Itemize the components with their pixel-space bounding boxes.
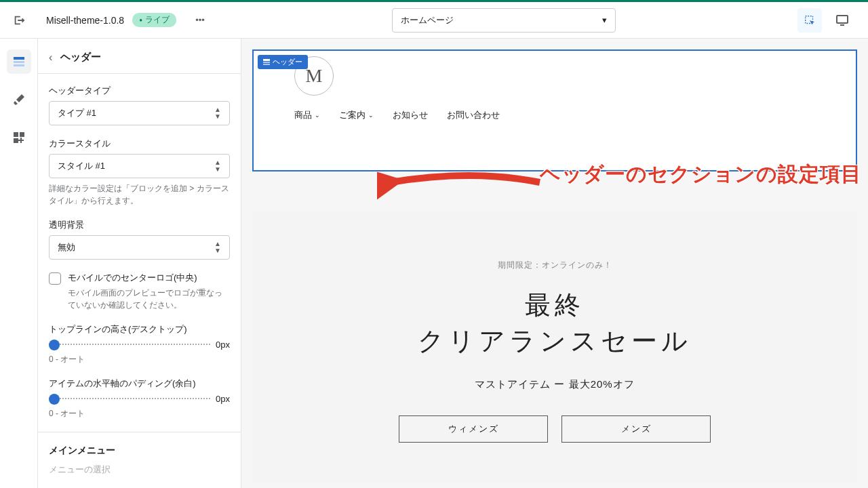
topline-height-label: トップラインの高さ(デスクトップ)	[49, 323, 230, 336]
svg-rect-2	[14, 57, 24, 60]
transparent-bg-select[interactable]: 無効 ▲▼	[49, 235, 230, 260]
desktop-view-button[interactable]	[830, 8, 854, 33]
menu-select-label: メニューの選択	[49, 464, 230, 476]
color-style-help: 詳細なカラー設定は「ブロックを追加 > カラースタイル」から行えます。	[49, 182, 230, 207]
paintbrush-icon	[12, 93, 26, 106]
header-type-select[interactable]: タイプ #1 ▲▼	[49, 101, 230, 125]
chevron-down-icon: ▾	[602, 15, 607, 25]
svg-rect-3	[14, 61, 24, 63]
page-selector[interactable]: ホームページ ▾	[392, 8, 616, 33]
item-padding-value: 0px	[216, 394, 230, 404]
inspector-icon	[804, 14, 816, 26]
hero-title: 最終クリアランスセール	[279, 287, 830, 359]
annotation-arrow	[377, 162, 547, 203]
rail-apps[interactable]	[7, 125, 31, 150]
header-type-label: ヘッダータイプ	[49, 85, 230, 97]
header-section[interactable]: ヘッダー M 商品 ⌄ ご案内 ⌄ お知らせ お問い合わせ	[252, 49, 857, 171]
hero-btn-mens[interactable]: メンズ	[561, 415, 711, 443]
exit-button[interactable]	[5, 7, 33, 34]
color-style-select[interactable]: スタイル #1 ▲▼	[49, 154, 230, 178]
svg-rect-10	[263, 64, 270, 65]
svg-rect-9	[263, 62, 270, 63]
topbar: Misell-theme-1.0.8 ライブ ••• ホームページ ▾	[0, 2, 868, 39]
item-padding-help: 0 - オート	[49, 408, 230, 420]
sections-icon	[12, 55, 26, 68]
page-selector-value: ホームページ	[401, 14, 454, 26]
select-caret-icon: ▲▼	[214, 106, 221, 120]
theme-name: Misell-theme-1.0.8	[46, 15, 124, 26]
apps-icon	[12, 131, 26, 144]
nav-item-news[interactable]: お知らせ	[393, 109, 428, 121]
main-menu-heading: メインメニュー	[49, 445, 230, 457]
preview-area: ヘッダー M 商品 ⌄ ご案内 ⌄ お知らせ お問い合わせ ヘッダーのセクション…	[241, 39, 868, 488]
nav-item-info[interactable]: ご案内 ⌄	[339, 109, 374, 121]
item-padding-slider[interactable]	[49, 398, 210, 401]
chevron-down-icon: ⌄	[368, 112, 374, 119]
hero-btn-womens[interactable]: ウィメンズ	[399, 415, 548, 443]
panel-title: ヘッダー	[60, 51, 101, 64]
back-button[interactable]: ‹	[49, 52, 52, 64]
inspector-toggle[interactable]	[797, 8, 822, 33]
annotation-text: ヘッダーのセクションの設定項目	[540, 161, 862, 188]
mobile-center-logo-checkbox[interactable]	[49, 272, 61, 285]
transparent-bg-label: 透明背景	[49, 219, 230, 231]
select-caret-icon: ▲▼	[214, 241, 221, 254]
settings-sidebar: ‹ ヘッダー ヘッダータイプ タイプ #1 ▲▼ カラースタイル スタイル #1…	[38, 39, 241, 488]
svg-rect-5	[14, 132, 18, 137]
hero-eyebrow: 期間限定：オンラインのみ！	[279, 260, 830, 271]
live-badge: ライブ	[132, 13, 176, 27]
svg-rect-8	[263, 59, 270, 61]
topline-height-help: 0 - オート	[49, 354, 230, 365]
exit-icon	[13, 14, 25, 26]
svg-rect-7	[14, 138, 18, 143]
select-caret-icon: ▲▼	[214, 159, 221, 173]
hero-section: 期間限定：オンラインのみ！ 最終クリアランスセール マストアイテム ー 最大20…	[252, 212, 857, 483]
svg-rect-6	[20, 132, 24, 137]
main-nav: 商品 ⌄ ご案内 ⌄ お知らせ お問い合わせ	[254, 101, 856, 132]
nav-item-products[interactable]: 商品 ⌄	[294, 109, 320, 121]
section-icon	[263, 59, 270, 66]
monitor-icon	[835, 14, 849, 27]
rail-theme-settings[interactable]	[7, 87, 31, 112]
mobile-center-logo-label: モバイルでのセンターロゴ(中央)	[68, 272, 230, 284]
left-rail	[0, 39, 38, 488]
topline-height-value: 0px	[216, 340, 230, 350]
rail-sections[interactable]	[7, 49, 31, 74]
topline-height-slider[interactable]	[49, 344, 210, 346]
item-padding-label: アイテムの水平軸のパディング(余白)	[49, 378, 230, 390]
nav-item-contact[interactable]: お問い合わせ	[447, 109, 500, 121]
mobile-center-logo-help: モバイル画面のプレビューでロゴが重なっていないか確認してください。	[68, 287, 230, 311]
chevron-down-icon: ⌄	[315, 112, 320, 119]
selection-tag: ヘッダー	[258, 55, 308, 69]
svg-rect-4	[14, 64, 24, 66]
hero-subtitle: マストアイテム ー 最大20%オフ	[279, 378, 830, 391]
more-button[interactable]: •••	[190, 15, 210, 25]
svg-rect-1	[837, 16, 848, 23]
color-style-label: カラースタイル	[49, 138, 230, 150]
